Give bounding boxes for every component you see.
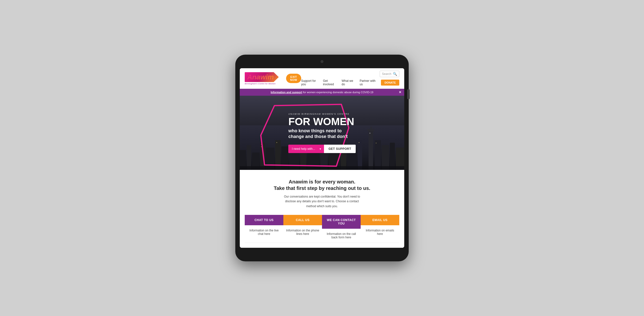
help-select-wrapper: I need help with... <box>288 145 324 153</box>
chat-tile: CHAT TO US Information on the live chat … <box>245 215 283 243</box>
hero-cta-row: I need help with... GET SUPPORT <box>288 145 356 153</box>
nav-support-item[interactable]: Support for you <box>301 79 318 86</box>
tablet-frame: Anawim Birmingham's Centre for Women EXI… <box>235 55 409 261</box>
svg-rect-24 <box>240 166 404 170</box>
contact-tile-header[interactable]: WE CAN CONTACT YOU <box>322 215 361 229</box>
site-header: Anawim Birmingham's Centre for Women EXI… <box>240 68 404 89</box>
svg-rect-11 <box>375 140 381 170</box>
nav-partner-item[interactable]: Partner with us <box>360 79 376 86</box>
call-tile: CALL US Information on the phone lines h… <box>283 215 322 243</box>
contact-tile-body: Information on the call back form here <box>322 229 361 243</box>
svg-rect-10 <box>370 127 372 130</box>
logo-area: Anawim Birmingham's Centre for Women <box>245 72 279 85</box>
screen: Anawim Birmingham's Centre for Women EXI… <box>240 68 404 248</box>
header-top-right: EXIT NOW <box>286 74 301 83</box>
hero-section: ANAWIM BIRMINGHAM WOMEN'S CENTRE FOR WOM… <box>240 96 404 170</box>
exit-now-button[interactable]: EXIT NOW <box>286 74 301 83</box>
email-tile-header[interactable]: EMAIL US <box>361 215 399 225</box>
svg-rect-4 <box>260 143 265 170</box>
hero-content: ANAWIM BIRMINGHAM WOMEN'S CENTRE FOR WOM… <box>278 113 366 153</box>
headline-line2: Take that first step by reaching out to … <box>274 185 370 191</box>
email-tile-body: Information on emails here <box>361 225 399 243</box>
nav-involved-item[interactable]: Get involved <box>323 79 336 86</box>
main-nav: Support for you Get involved What we do … <box>301 79 399 86</box>
hero-description: who know things need tochange and those … <box>288 128 356 140</box>
chat-tile-header[interactable]: CHAT TO US <box>245 215 283 225</box>
chat-tile-body: Information on the live chat here <box>245 225 283 243</box>
call-tile-body: Information on the phone lines here <box>283 225 322 243</box>
email-tile: EMAIL US Information on emails here <box>361 215 399 243</box>
logo-badge: Anawim <box>245 72 279 82</box>
announcement-rest: for women experiencing domestic abuse du… <box>303 91 373 94</box>
headline-line1: Anawim is for every woman. <box>289 179 356 184</box>
svg-rect-13 <box>390 143 395 170</box>
tablet-power-button <box>407 89 410 99</box>
donate-button[interactable]: DONATE <box>381 80 399 86</box>
logo-tagline: Birmingham's Centre for Women <box>245 83 276 85</box>
help-select[interactable]: I need help with... <box>288 145 324 153</box>
search-input-text: Search <box>382 72 391 76</box>
svg-rect-25 <box>261 144 262 145</box>
svg-rect-29 <box>376 143 376 144</box>
hero-title: FOR WOMEN <box>288 117 356 127</box>
main-content-section: Anawim is for every woman. Take that fir… <box>240 170 404 248</box>
banner-close-button[interactable]: × <box>399 90 401 94</box>
content-subtext: Our conversations are kept confidential.… <box>280 194 364 209</box>
svg-rect-26 <box>261 146 262 147</box>
svg-rect-28 <box>370 133 370 134</box>
nav-what-item[interactable]: What we do <box>342 79 355 86</box>
announcement-banner: Information and support for women experi… <box>240 89 404 96</box>
content-headline: Anawim is for every woman. Take that fir… <box>245 178 399 191</box>
search-bar[interactable]: Search 🔍 <box>380 71 399 77</box>
announcement-bold: Information and support <box>271 91 302 94</box>
contact-tile: WE CAN CONTACT YOU Information on the ca… <box>322 215 361 243</box>
tablet-camera <box>320 60 324 63</box>
call-tile-header[interactable]: CALL US <box>283 215 322 225</box>
svg-rect-8 <box>368 130 373 170</box>
svg-rect-27 <box>276 142 277 143</box>
logo-text: Anawim <box>247 73 274 81</box>
get-support-button[interactable]: GET SUPPORT <box>324 145 356 153</box>
search-icon: 🔍 <box>393 72 397 76</box>
hero-subtitle: ANAWIM BIRMINGHAM WOMEN'S CENTRE <box>288 113 356 115</box>
contact-tiles: CHAT TO US Information on the live chat … <box>245 215 399 243</box>
